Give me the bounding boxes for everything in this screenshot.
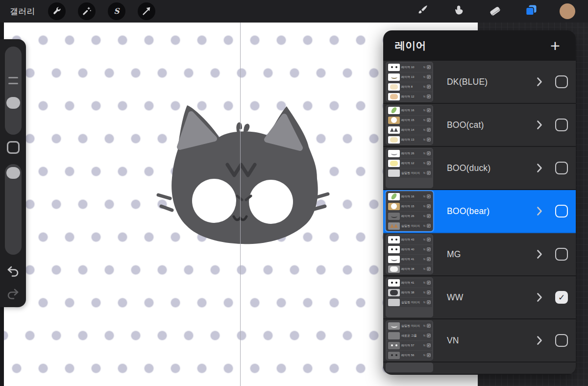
sublayer-visibility-checkbox: ✓ [427,95,431,98]
sublayer-visibility-checkbox: ✓ [427,257,431,261]
sublayer-visibility-checkbox: ✓ [427,324,431,328]
layer-group-row[interactable]: 삽입된 이미지N✓새로운 그룹N✓레이어 57N✓레이어 56N✓VN [383,319,576,362]
brush-size-slider[interactable] [5,47,22,135]
undo-button[interactable] [6,265,20,279]
layer-visibility-checkbox[interactable] [555,75,568,88]
transform-arrow-icon [141,6,152,17]
sublayer-thumbnail [388,213,400,220]
sublayer-thumbnail [388,279,400,287]
chevron-right-icon[interactable] [537,120,542,130]
brush-size-handle[interactable] [6,97,20,109]
layer-group-row[interactable]: 레이어 10N✓레이어 13N✓레이어 8N✓레이어 12N✓DK(BLUE) [383,61,576,104]
layer-group-thumbnail-stack[interactable]: 레이어 26N✓레이어 12N✓삽입된 이미지N✓ [386,148,433,188]
sublayer-blend-mode: N [423,128,425,131]
magic-wand-icon [81,6,92,17]
sublayer-thumbnail [388,352,400,359]
opacity-slider[interactable] [5,164,22,255]
layer-visibility-checkbox[interactable] [555,119,568,131]
sublayer-name: 삽입된 이미지 [401,224,422,228]
sublayer-mini-row: 레이어 15N✓ [387,202,432,211]
transform-button[interactable] [138,2,155,20]
sublayer-name: 레이어 15 [401,118,422,122]
sublayer-name: 레이어 12 [401,95,422,99]
sublayer-thumbnail [388,289,400,296]
layer-group-row-partial[interactable] [383,362,576,374]
sublayer-name: 레이어 16 [401,108,422,113]
modify-button[interactable] [7,141,20,154]
sublayer-name: 레이어 40 [401,247,422,252]
sublayer-name: 레이어 57 [401,343,422,348]
layer-list: 레이어 10N✓레이어 13N✓레이어 8N✓레이어 12N✓DK(BLUE)레… [383,61,576,374]
sublayer-blend-mode: N [423,205,425,208]
add-layer-button[interactable]: + [546,37,564,54]
sublayer-blend-mode: N [423,224,425,227]
sublayer-mini-row: 삽입된 이미지N✓ [387,321,432,331]
sublayer-mini-row: 레이어 16N✓ [387,106,432,115]
sublayer-visibility-checkbox: ✓ [427,151,431,155]
opacity-handle[interactable] [6,167,20,179]
sublayer-name: 레이어 56 [401,353,422,358]
layer-visibility-checkbox[interactable] [555,334,568,347]
sublayer-visibility-checkbox: ✓ [427,353,431,357]
layer-group-row[interactable]: 레이어 26N✓레이어 12N✓삽입된 이미지N✓BOO(duck) [383,147,576,190]
erase-button[interactable] [487,3,503,19]
layer-group-thumbnail-stack[interactable]: 레이어 16N✓레이어 15N✓레이어 26N✓삽입된 이미지N✓ [386,191,433,231]
sublayer-blend-mode: N [423,291,425,294]
layers-panel-title: 레이어 [395,39,426,52]
layer-group-thumbnail-stack[interactable]: 레이어 41N✓레이어 38N✓삽입된 이미지N✓ [386,277,433,317]
layer-group-name: BOO(duck) [447,163,537,173]
layer-group-row[interactable]: 레이어 41N✓레이어 38N✓삽입된 이미지N✓WW✓ [383,276,576,319]
sublayer-visibility-checkbox: ✓ [427,281,431,285]
sublayer-thumbnail [388,64,400,71]
smudge-button[interactable] [451,3,466,19]
redo-button[interactable] [6,288,20,302]
chevron-right-icon[interactable] [537,292,542,302]
sublayer-visibility-checkbox: ✓ [427,138,431,142]
sublayer-thumbnail [388,136,400,144]
actions-button[interactable] [48,2,66,20]
chevron-right-icon[interactable] [537,77,542,87]
sublayer-mini-row: 레이어 26N✓ [387,149,432,158]
svg-text:S: S [114,6,120,16]
sublayer-blend-mode: N [423,258,425,261]
layer-group-thumbnail-stack[interactable]: 삽입된 이미지N✓새로운 그룹N✓레이어 57N✓레이어 56N✓ [386,320,433,361]
sublayer-blend-mode: N [423,162,425,165]
sublayer-mini-row: 새로운 그룹N✓ [387,331,432,340]
sublayer-visibility-checkbox: ✓ [427,334,431,338]
sublayer-thumbnail [388,150,400,157]
layer-group-row[interactable]: 레이어 16N✓레이어 15N✓레이어 26N✓삽입된 이미지N✓BOO(bea… [383,190,576,233]
sublayer-blend-mode: N [423,152,425,155]
layers-button[interactable] [523,3,539,19]
layer-visibility-checkbox[interactable]: ✓ [555,291,568,304]
gallery-button[interactable]: 갤러리 [10,6,35,17]
layer-visibility-checkbox[interactable] [555,205,568,217]
sublayer-visibility-checkbox: ✓ [427,128,431,132]
chevron-right-icon[interactable] [537,206,542,216]
adjustments-button[interactable] [78,2,96,20]
chevron-right-icon[interactable] [537,163,542,173]
wrench-icon [51,6,62,17]
layer-visibility-checkbox[interactable] [555,248,568,261]
layer-group-thumbnail-stack[interactable]: 레이어 10N✓레이어 13N✓레이어 8N✓레이어 12N✓ [386,62,433,102]
sublayer-thumbnail [388,160,400,167]
color-button[interactable] [560,3,575,19]
selection-button[interactable]: S [108,2,125,20]
sublayer-mini-row: 삽입된 이미지N✓ [387,298,432,307]
sublayer-thumbnail [388,203,400,210]
canvas-drawing-cat [156,97,333,249]
layer-group-row[interactable]: 레이어 43N✓레이어 40N✓레이어 41N✓레이어 38N✓MG [383,233,576,276]
brush-button[interactable] [415,3,430,19]
chevron-right-icon[interactable] [537,249,542,259]
sublayer-name: 레이어 12 [401,161,422,166]
layer-visibility-checkbox[interactable] [555,162,568,174]
layer-group-thumbnail-stack[interactable]: 레이어 16N✓레이어 15N✓레이어 14N✓레이어 13N✓ [386,105,433,145]
smudge-finger-icon [452,4,465,19]
chevron-right-icon[interactable] [537,336,542,345]
sublayer-mini-row: 삽입된 이미지N✓ [387,221,432,231]
sublayer-mini-row: 레이어 40N✓ [387,245,432,254]
sublayer-name: 삽입된 이미지 [401,324,422,328]
layer-group-thumbnail-stack[interactable]: 레이어 43N✓레이어 40N✓레이어 41N✓레이어 38N✓ [386,234,433,274]
layer-group-row[interactable]: 레이어 16N✓레이어 15N✓레이어 14N✓레이어 13N✓BOO(cat) [383,104,576,147]
sublayer-thumbnail [388,169,400,177]
top-toolbar: 갤러리 S [0,0,588,23]
